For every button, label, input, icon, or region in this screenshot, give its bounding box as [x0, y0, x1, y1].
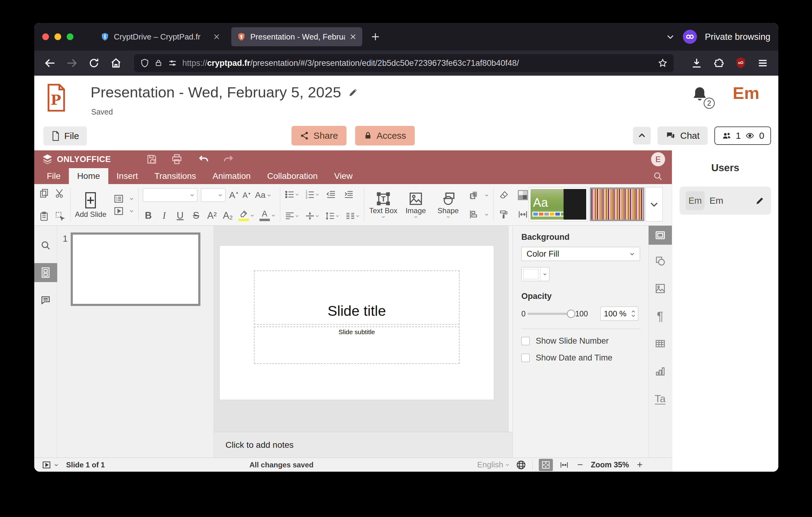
- insert-image-button[interactable]: Image: [401, 191, 431, 219]
- clear-style-icon[interactable]: [498, 189, 510, 201]
- fit-to-slide-icon[interactable]: [539, 459, 553, 471]
- horizontal-align-button[interactable]: [285, 211, 299, 221]
- zoom-window-button[interactable]: [67, 33, 74, 40]
- notifications-bell-icon[interactable]: 2: [691, 85, 710, 108]
- show-slide-number-checkbox[interactable]: [521, 337, 530, 345]
- highlight-color-button[interactable]: [238, 210, 255, 221]
- italic-button[interactable]: I: [159, 210, 170, 221]
- slide-title-placeholder[interactable]: Slide title: [254, 270, 460, 325]
- menu-transitions[interactable]: Transitions: [146, 168, 204, 184]
- list-all-tabs-chevron-icon[interactable]: [666, 32, 675, 42]
- slide-subtitle-placeholder[interactable]: Slide subtitle: [254, 326, 460, 364]
- collaborator-avatar[interactable]: E: [651, 152, 665, 166]
- insert-shape-button[interactable]: Shape: [434, 191, 463, 219]
- slides-panel-icon[interactable]: [34, 263, 57, 282]
- paragraph-settings-tab-icon[interactable]: ¶: [648, 306, 672, 326]
- chat-button[interactable]: Chat: [658, 127, 707, 145]
- tab-presentation[interactable]: Presentation - Wed, February 5,: [231, 27, 362, 46]
- find-search-icon[interactable]: [653, 168, 663, 184]
- decrease-indent-icon[interactable]: [325, 188, 337, 200]
- theme-gallery-expand-chevron-icon[interactable]: [645, 187, 663, 221]
- vertical-align-button[interactable]: [305, 211, 319, 221]
- chevron-down-icon[interactable]: [54, 462, 59, 467]
- menu-hamburger-icon[interactable]: [756, 56, 770, 70]
- notes-area[interactable]: Click to add notes: [214, 432, 513, 458]
- user-list-item[interactable]: Em Em: [679, 187, 771, 215]
- paste-icon[interactable]: [38, 210, 50, 222]
- table-settings-tab-icon[interactable]: [648, 334, 672, 353]
- copy-style-roller-icon[interactable]: [498, 208, 510, 220]
- opacity-slider-knob[interactable]: [567, 310, 575, 318]
- redo-icon[interactable]: [221, 152, 235, 166]
- zoom-out-button[interactable]: −: [576, 459, 585, 470]
- address-bar[interactable]: https://cryptpad.fr/presentation/#/3/pre…: [134, 54, 674, 72]
- underline-button[interactable]: U: [175, 210, 186, 221]
- background-fill-select[interactable]: Color Fill: [521, 247, 640, 261]
- textart-settings-tab-icon[interactable]: Ta: [648, 389, 672, 408]
- increase-font-button[interactable]: A: [229, 190, 239, 200]
- ublock-origin-icon[interactable]: uO: [734, 56, 748, 70]
- menu-home[interactable]: Home: [69, 168, 108, 184]
- spellcheck-globe-icon[interactable]: [516, 460, 526, 470]
- slide-settings-tab-icon[interactable]: [648, 226, 672, 245]
- minimize-window-button[interactable]: [55, 33, 61, 40]
- home-icon[interactable]: [109, 56, 123, 70]
- opacity-spinner[interactable]: 100 %: [600, 306, 638, 321]
- rename-pencil-icon[interactable]: [348, 87, 359, 98]
- forward-icon[interactable]: [65, 56, 79, 70]
- show-date-time-checkbox[interactable]: [521, 354, 530, 362]
- back-icon[interactable]: [43, 56, 57, 70]
- zoom-level[interactable]: Zoom 35%: [591, 460, 629, 469]
- edit-user-pencil-icon[interactable]: [755, 196, 765, 206]
- fit-to-width-icon[interactable]: [559, 460, 570, 469]
- connection-lock-icon[interactable]: [154, 58, 163, 68]
- slide-canvas[interactable]: Slide title Slide subtitle: [220, 245, 494, 400]
- close-tab-icon[interactable]: [213, 33, 220, 40]
- arrange-shapes-button[interactable]: [468, 189, 489, 201]
- print-icon[interactable]: [170, 152, 184, 166]
- language-select[interactable]: English: [477, 460, 510, 469]
- font-name-select[interactable]: [143, 188, 197, 202]
- tab-cryptdrive[interactable]: CryptDrive – CryptPad.fr: [95, 27, 226, 46]
- account-initials[interactable]: Em: [733, 83, 759, 103]
- menu-file[interactable]: File: [38, 168, 69, 184]
- presence-badge[interactable]: 1 0: [715, 127, 771, 145]
- insert-textbox-button[interactable]: T Text Box: [369, 191, 398, 219]
- font-size-select[interactable]: [201, 188, 226, 202]
- extensions-puzzle-icon[interactable]: [712, 56, 726, 70]
- decrease-font-button[interactable]: A: [242, 191, 252, 200]
- spinner-up-icon[interactable]: [631, 310, 635, 313]
- align-shapes-button[interactable]: [468, 208, 489, 220]
- new-tab-button[interactable]: [370, 31, 381, 42]
- menu-collaboration[interactable]: Collaboration: [259, 168, 326, 184]
- numbering-button[interactable]: 123: [305, 189, 319, 200]
- save-icon[interactable]: [145, 152, 159, 166]
- find-panel-search-icon[interactable]: [34, 238, 57, 253]
- menu-view[interactable]: View: [326, 168, 361, 184]
- copy-icon[interactable]: [38, 187, 50, 199]
- slide-thumbnail[interactable]: [71, 233, 200, 306]
- chart-settings-tab-icon[interactable]: [648, 362, 672, 381]
- comments-panel-icon[interactable]: [34, 293, 57, 308]
- line-spacing-button[interactable]: [325, 211, 340, 221]
- theme-thumbnail-stripes-selected[interactable]: [590, 187, 644, 221]
- superscript-button[interactable]: A²: [206, 210, 218, 221]
- show-slide-number-row[interactable]: Show Slide Number: [521, 336, 640, 346]
- spinner-down-icon[interactable]: [631, 314, 635, 317]
- document-title[interactable]: Presentation - Wed, February 5, 2025: [91, 84, 341, 101]
- opacity-slider[interactable]: [527, 313, 573, 315]
- strikeout-button[interactable]: S: [191, 210, 202, 221]
- access-button[interactable]: Access: [355, 126, 415, 145]
- file-menu-button[interactable]: File: [44, 127, 87, 145]
- share-button[interactable]: Share: [292, 126, 347, 145]
- start-slideshow-button[interactable]: [41, 460, 51, 469]
- font-color-button[interactable]: A: [259, 210, 276, 221]
- select-all-icon[interactable]: [54, 210, 66, 222]
- show-date-time-row[interactable]: Show Date and Time: [521, 353, 640, 363]
- change-case-button[interactable]: Aa: [255, 190, 271, 200]
- menu-insert[interactable]: Insert: [108, 168, 146, 184]
- add-slide-button[interactable]: Add Slide: [75, 191, 107, 218]
- shape-settings-tab-icon[interactable]: [648, 251, 672, 270]
- background-color-swatch-button[interactable]: [521, 267, 550, 281]
- change-layout-button[interactable]: [113, 193, 134, 205]
